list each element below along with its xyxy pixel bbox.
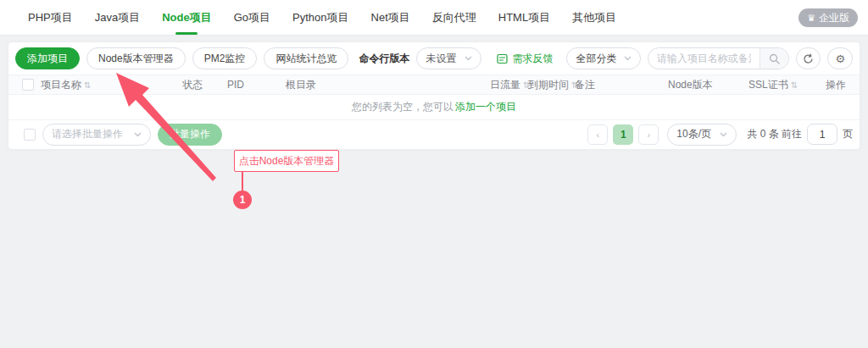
column-label: 备注 <box>575 78 595 92</box>
column-label: SSL证书 <box>748 78 788 92</box>
tab-other[interactable]: 其他项目 <box>561 0 627 35</box>
column-ssl-cert[interactable]: SSL证书 ⇅ <box>748 78 812 92</box>
cli-version-value: 未设置 <box>426 52 456 66</box>
tab-label: Net项目 <box>371 10 410 25</box>
page-size-select[interactable]: 10条/页 <box>667 124 737 146</box>
tab-label: 反向代理 <box>432 10 476 25</box>
enterprise-badge[interactable]: ♛ 企业版 <box>798 8 858 27</box>
prev-page-button[interactable]: ‹ <box>587 124 608 145</box>
tab-label: Go项目 <box>234 10 270 25</box>
column-expire-time[interactable]: 到期时间 ⇅ <box>528 78 575 92</box>
column-label: 操作 <box>826 78 846 92</box>
column-pid: PID <box>227 79 286 91</box>
pm2-monitor-button[interactable]: PM2监控 <box>192 47 258 69</box>
gear-icon: ⚙ <box>835 53 845 64</box>
column-project-name[interactable]: 项目名称 ⇅ <box>41 78 182 92</box>
column-status: 状态 <box>182 78 227 92</box>
refresh-icon <box>803 53 814 64</box>
project-type-tabbar: PHP项目 Java项目 Node项目 Go项目 Python项目 Net项目 … <box>0 0 868 36</box>
column-root-dir: 根目录 <box>286 78 490 92</box>
tab-label: 其他项目 <box>572 10 616 25</box>
search-input[interactable] <box>648 52 760 64</box>
page-number-1[interactable]: 1 <box>613 124 633 145</box>
tab-php[interactable]: PHP项目 <box>17 0 84 35</box>
tab-label: HTML项目 <box>498 10 550 25</box>
site-stats-button[interactable]: 网站统计总览 <box>264 47 348 69</box>
annotation-connector-line <box>242 172 243 191</box>
tab-html[interactable]: HTML项目 <box>487 0 561 35</box>
column-label: 项目名称 <box>41 78 81 92</box>
column-label: 根目录 <box>286 78 316 92</box>
feedback-link[interactable]: 需求反馈 <box>497 52 553 66</box>
footer-select-all-checkbox[interactable] <box>24 129 36 141</box>
batch-operation-placeholder: 请选择批量操作 <box>52 127 123 141</box>
annotation-callout: 点击Node版本管理器 <box>234 150 339 172</box>
column-label: PID <box>227 79 244 91</box>
pagination-total-text: 共 0 条 前往 <box>747 127 802 141</box>
tab-label: PHP项目 <box>28 10 73 25</box>
node-project-panel: 添加项目 Node版本管理器 PM2监控 网站统计总览 命令行版本 未设置 需求… <box>8 42 860 149</box>
batch-operation-button[interactable]: 批量操作 <box>158 124 222 146</box>
node-version-manager-button[interactable]: Node版本管理器 <box>86 47 186 69</box>
page-number-label: 1 <box>620 129 626 141</box>
chevron-down-icon <box>720 132 727 137</box>
crown-icon: ♛ <box>807 14 815 23</box>
tab-java[interactable]: Java项目 <box>84 0 151 35</box>
column-node-version: Node版本 <box>668 78 748 92</box>
page-size-value: 10条/页 <box>676 127 711 141</box>
empty-state: 您的列表为空，您可以 添加一个项目 <box>8 95 860 120</box>
empty-state-text: 您的列表为空，您可以 <box>352 100 453 114</box>
toolbar: 添加项目 Node版本管理器 PM2监控 网站统计总览 命令行版本 未设置 需求… <box>8 42 860 75</box>
next-icon: › <box>647 130 650 140</box>
tab-net[interactable]: Net项目 <box>360 0 421 35</box>
chevron-down-icon <box>624 56 632 61</box>
category-filter-select[interactable]: 全部分类 <box>566 47 640 69</box>
sort-icon[interactable]: ⇅ <box>791 80 798 90</box>
cli-version-select[interactable]: 未设置 <box>416 47 481 69</box>
cli-version-label: 命令行版本 <box>359 52 409 66</box>
annotation-step-number: 1 <box>240 194 246 206</box>
goto-page-input[interactable] <box>807 124 837 145</box>
feedback-icon <box>497 53 508 64</box>
search-button[interactable] <box>760 48 788 69</box>
tab-label: Java项目 <box>95 10 140 25</box>
pagination: ‹ 1 › 10条/页 共 0 条 前往 页 <box>587 124 853 146</box>
tab-node[interactable]: Node项目 <box>151 0 223 35</box>
chevron-down-icon <box>465 56 472 61</box>
tab-reverse-proxy[interactable]: 反向代理 <box>421 0 487 35</box>
tab-label: Python项目 <box>292 10 348 25</box>
feedback-label: 需求反馈 <box>512 52 553 66</box>
column-action: 操作 <box>812 78 846 92</box>
column-label: 日流量 <box>490 78 520 92</box>
settings-button[interactable]: ⚙ <box>827 47 853 69</box>
column-daily-traffic[interactable]: 日流量 ⇅ <box>490 78 528 92</box>
tab-go[interactable]: Go项目 <box>223 0 281 35</box>
batch-operation-select[interactable]: 请选择批量操作 <box>42 124 151 146</box>
select-all-checkbox[interactable] <box>22 79 34 91</box>
tab-label: Node项目 <box>162 10 212 25</box>
next-page-button[interactable]: › <box>638 124 659 145</box>
pagination-page-suffix: 页 <box>843 127 853 141</box>
table-header: 项目名称 ⇅ 状态 PID 根目录 日流量 ⇅ 到期时间 ⇅ 备注 Node版本… <box>8 75 860 95</box>
sort-icon[interactable]: ⇅ <box>84 80 91 90</box>
column-label: Node版本 <box>668 78 713 92</box>
table-footer: 请选择批量操作 批量操作 ‹ 1 › 10条/页 共 0 条 前往 页 <box>8 120 860 148</box>
refresh-button[interactable] <box>796 47 821 69</box>
chevron-down-icon <box>134 132 142 137</box>
column-remark: 备注 <box>575 78 668 92</box>
column-label: 到期时间 <box>528 78 569 92</box>
tab-python[interactable]: Python项目 <box>281 0 359 35</box>
search-box <box>648 47 789 69</box>
search-icon <box>769 53 780 64</box>
category-filter-value: 全部分类 <box>576 52 616 66</box>
annotation-step-badge: 1 <box>233 191 252 209</box>
add-one-project-link[interactable]: 添加一个项目 <box>455 100 516 114</box>
prev-icon: ‹ <box>596 130 599 140</box>
add-project-button[interactable]: 添加项目 <box>15 47 80 69</box>
enterprise-badge-label: 企业版 <box>819 11 849 25</box>
column-label: 状态 <box>182 78 203 92</box>
annotation-callout-text: 点击Node版本管理器 <box>239 154 335 168</box>
